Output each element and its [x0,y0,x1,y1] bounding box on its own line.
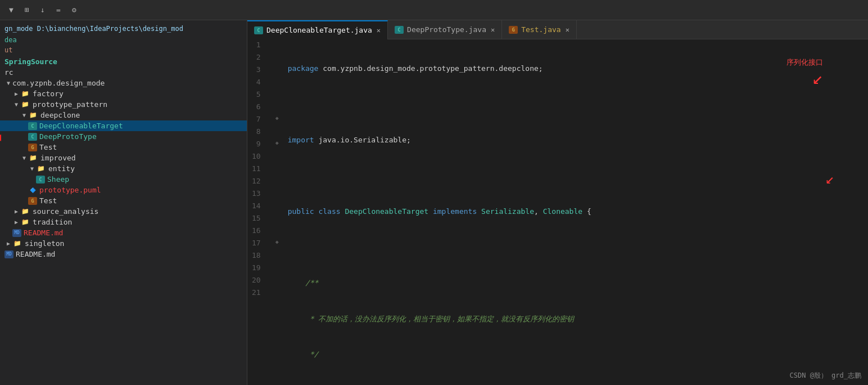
tab-java-c-icon: C [254,26,263,34]
sidebar-item-test-deep[interactable]: G Test [0,142,247,153]
toolbar-lines-icon[interactable]: = [52,3,65,17]
puml-icon: 🔷 [28,186,37,194]
folder-icon: 📁 [20,218,30,226]
sidebar-item-improved[interactable]: ▼ 📁 improved [0,153,247,163]
folder-icon: 📁 [28,111,38,119]
sidebar-item-prototype-puml[interactable]: 🔷 prototype.puml [0,185,247,195]
tab-label: DeepProtoType.java [407,25,486,34]
sidebar-item-factory[interactable]: ▶ 📁 factory [0,88,247,99]
folder-icon: 📁 [36,165,46,173]
toolbar-settings-icon[interactable]: ⚙ [67,3,81,17]
sidebar-item-tradition[interactable]: ▶ 📁 tradition [0,217,247,227]
folder-icon: 📁 [20,208,30,216]
sidebar-item-deepcloneable-target[interactable]: C DeepCloneableTarget [0,120,247,131]
sidebar-ut-label: ut [0,45,247,55]
sidebar-item-singleton[interactable]: ▶ 📁 singleton [0,238,247,249]
java-g-icon: G [28,197,37,205]
folder-icon: 📁 [28,154,38,162]
sidebar-item-deepclone[interactable]: ▼ 📁 deepclone [0,110,247,120]
toolbar-down-icon[interactable]: ↓ [36,3,49,17]
sidebar-item-readme2[interactable]: MD README.md [0,249,247,259]
java-g-icon: G [28,144,37,151]
toolbar-dropdown-icon[interactable]: ▼ [4,3,18,17]
tab-deepprototype[interactable]: C DeepProtoType.java ✕ [388,20,502,39]
java-c-icon: C [28,133,37,141]
editor-area: C DeepCloneableTarget.java ✕ C DeepProto… [247,20,868,385]
main-layout: gn_mode D:\biancheng\IdeaProjects\design… [0,20,868,385]
line-numbers: 1 2 3 4 5 6 7 8 9 10 11 12 13 14 15 16 1… [247,39,268,385]
tab-close-icon[interactable]: ✕ [566,26,569,34]
folder-icon: 📁 [12,240,22,248]
sidebar-item-prototype-pattern[interactable]: ▼ 📁 prototype_pattern [0,99,247,110]
sidebar-item-src[interactable]: rc [0,67,247,78]
sidebar-item-source-analysis[interactable]: ▶ 📁 source_analysis [0,206,247,217]
tab-bar: C DeepCloneableTarget.java ✕ C DeepProto… [247,20,868,39]
sidebar-item-test-improved[interactable]: G Test [0,195,247,206]
md-icon: MD [4,250,13,258]
code-editor[interactable]: 1 2 3 4 5 6 7 8 9 10 11 12 13 14 15 16 1… [247,39,868,385]
sidebar-item-readme1[interactable]: MD README.md [0,227,247,238]
sidebar: gn_mode D:\biancheng\IdeaProjects\design… [0,20,247,385]
folder-icon: 📁 [20,90,30,98]
toolbar-grid-icon[interactable]: ⊞ [20,3,34,17]
tab-deepcloneable-target[interactable]: C DeepCloneableTarget.java ✕ [247,20,388,39]
sidebar-dea-label: dea [0,35,247,45]
tab-close-icon[interactable]: ✕ [377,26,381,34]
tab-label: DeepCloneableTarget.java [266,26,372,34]
java-c-icon: C [36,176,45,183]
tab-label: Test.java [521,25,560,34]
code-content[interactable]: package com.yzpnb.design_mode.prototype_… [279,39,868,385]
folder-icon: 📁 [20,101,30,109]
tab-java-g-icon: G [509,26,518,34]
java-c-icon: C [28,122,37,130]
tab-close-icon[interactable]: ✕ [491,26,495,34]
sidebar-item-deepprototype[interactable]: C DeepProtoType ◀ [0,131,247,142]
md-icon: MD [12,229,21,237]
sidebar-item-sheep[interactable]: C Sheep [0,174,247,185]
project-path: gn_mode D:\biancheng\IdeaProjects\design… [0,23,247,35]
spring-source-label: SpringSource [0,55,247,67]
sidebar-item-package[interactable]: ▼ com.yzpnb.design_mode [0,78,247,88]
toolbar: ▼ ⊞ ↓ = ⚙ [0,0,868,20]
sidebar-item-entity[interactable]: ▼ 📁 entity [0,163,247,174]
tab-java-c-icon: C [395,26,404,34]
tab-test[interactable]: G Test.java ✕ [502,20,577,39]
